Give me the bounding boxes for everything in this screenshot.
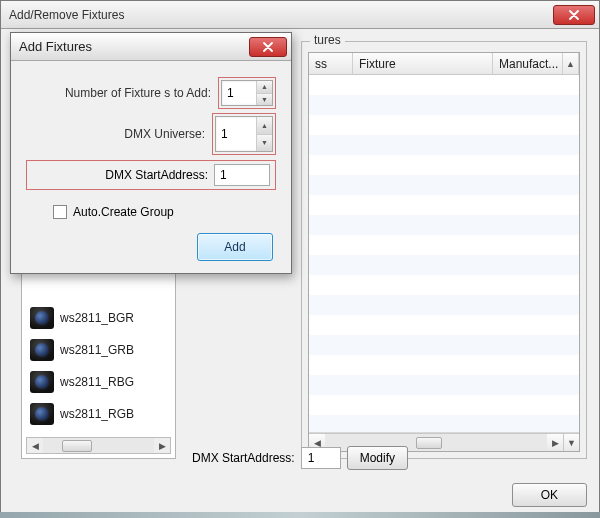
bottom-start-address-input[interactable]: 1 bbox=[301, 447, 341, 469]
dialog-body: Number of Fixture s to Add: 1 ▲ ▼ DMX Un… bbox=[11, 61, 291, 273]
fixture-count-value: 1 bbox=[222, 81, 256, 105]
col-header-fixture[interactable]: Fixture bbox=[353, 53, 493, 74]
col-header-manufacturer[interactable]: Manufact... bbox=[493, 53, 563, 74]
fixture-count-highlight: 1 ▲ ▼ bbox=[219, 78, 275, 108]
dialog-title: Add Fixtures bbox=[19, 39, 92, 54]
ok-bar: OK bbox=[512, 483, 587, 507]
row-dmx-start-address: DMX StartAddress: 1 bbox=[27, 157, 275, 193]
list-item[interactable]: ws2811_RBG bbox=[26, 366, 171, 398]
modify-button-label: Modify bbox=[360, 451, 395, 465]
bottom-bar: DMX StartAddress: 1 Modify bbox=[1, 443, 599, 473]
fixture-count-label: Number of Fixture s to Add: bbox=[27, 86, 213, 100]
add-button-label: Add bbox=[224, 240, 245, 254]
row-auto-create-group: Auto.Create Group bbox=[27, 199, 275, 225]
fixtures-groupbox: tures ss Fixture Manufact... ▲ ◀ ▶ ▼ bbox=[301, 41, 587, 459]
fixture-icon bbox=[30, 403, 54, 425]
spin-down-icon[interactable]: ▼ bbox=[256, 134, 272, 152]
col-header-ss[interactable]: ss bbox=[309, 53, 353, 74]
fixture-icon bbox=[30, 307, 54, 329]
row-dmx-universe: DMX Universe: 1 ▲ ▼ bbox=[27, 111, 275, 157]
dmx-start-address-value: 1 bbox=[220, 168, 227, 182]
ok-button[interactable]: OK bbox=[512, 483, 587, 507]
main-close-button[interactable] bbox=[553, 5, 595, 25]
bottom-start-address-value: 1 bbox=[308, 451, 315, 465]
groupbox-legend: tures bbox=[310, 33, 345, 47]
dmx-universe-spinner[interactable]: 1 ▲ ▼ bbox=[215, 116, 273, 152]
add-fixtures-dialog: Add Fixtures Number of Fixture s to Add:… bbox=[10, 32, 292, 274]
auto-create-group-checkbox[interactable] bbox=[53, 205, 67, 219]
main-titlebar: Add/Remove Fixtures bbox=[1, 1, 599, 29]
spin-up-icon[interactable]: ▲ bbox=[256, 117, 272, 134]
modify-button[interactable]: Modify bbox=[347, 446, 408, 470]
list-item-label: ws2811_RGB bbox=[60, 407, 134, 421]
list-item[interactable]: ws2811_RGB bbox=[26, 398, 171, 430]
add-button[interactable]: Add bbox=[197, 233, 273, 261]
ok-button-label: OK bbox=[541, 488, 558, 502]
table-header-row: ss Fixture Manufact... ▲ bbox=[309, 53, 579, 75]
desktop-strip bbox=[0, 512, 600, 518]
scroll-up-icon[interactable]: ▲ bbox=[566, 59, 575, 69]
fixture-count-spinner[interactable]: 1 ▲ ▼ bbox=[221, 80, 273, 106]
close-icon bbox=[568, 10, 580, 20]
bottom-start-address-label: DMX StartAddress: bbox=[192, 451, 295, 465]
list-item-label: ws2811_RBG bbox=[60, 375, 134, 389]
dmx-start-address-label: DMX StartAddress: bbox=[105, 168, 208, 182]
dialog-close-button[interactable] bbox=[249, 37, 287, 57]
main-title: Add/Remove Fixtures bbox=[9, 8, 124, 22]
row-fixture-count: Number of Fixture s to Add: 1 ▲ ▼ bbox=[27, 75, 275, 111]
table-body-empty[interactable] bbox=[309, 75, 579, 433]
fixture-icon bbox=[30, 339, 54, 361]
spin-down-icon[interactable]: ▼ bbox=[256, 93, 272, 106]
list-item-label: ws2811_BGR bbox=[60, 311, 134, 325]
dmx-universe-highlight: 1 ▲ ▼ bbox=[213, 114, 275, 154]
dmx-start-address-highlight: DMX StartAddress: 1 bbox=[27, 161, 275, 189]
dmx-universe-value: 1 bbox=[216, 117, 256, 151]
auto-create-group-label: Auto.Create Group bbox=[73, 205, 174, 219]
fixture-icon bbox=[30, 371, 54, 393]
dialog-titlebar: Add Fixtures bbox=[11, 33, 291, 61]
spinner-buttons: ▲ ▼ bbox=[256, 81, 272, 105]
list-item[interactable]: ws2811_GRB bbox=[26, 334, 171, 366]
fixtures-table: ss Fixture Manufact... ▲ ◀ ▶ ▼ bbox=[308, 52, 580, 452]
dmx-start-address-input[interactable]: 1 bbox=[214, 164, 270, 186]
close-icon bbox=[262, 42, 274, 52]
list-item-label: ws2811_GRB bbox=[60, 343, 134, 357]
list-item[interactable]: ws2811_BGR bbox=[26, 302, 171, 334]
col-header-vscroll[interactable]: ▲ bbox=[563, 53, 579, 74]
spinner-buttons: ▲ ▼ bbox=[256, 117, 272, 151]
dmx-universe-label: DMX Universe: bbox=[27, 127, 207, 141]
spin-up-icon[interactable]: ▲ bbox=[256, 81, 272, 93]
